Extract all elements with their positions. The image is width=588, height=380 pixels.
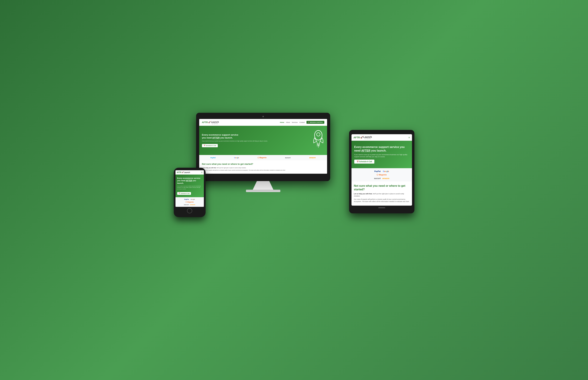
phone-google-logo: Google	[190, 199, 195, 200]
logo-rocket-icon: 🚀	[208, 121, 210, 123]
logo-byline: by Optimise	[211, 123, 219, 124]
phone-home-button[interactable]	[187, 208, 192, 213]
phone-cta-label: Schedule A Call	[181, 193, 189, 194]
paypal-logo: PayPal	[210, 157, 215, 159]
nav-home[interactable]: Home	[280, 121, 284, 123]
desktop-rocket-illustration	[312, 129, 324, 152]
phone-logo-rocket-icon: 🚀	[182, 171, 184, 173]
tablet-section-body2: Our crew of experts will perform a missi…	[354, 198, 410, 203]
hero-heading-line1: Every ecommerce support service	[202, 133, 238, 136]
logo-launch-wrapper: Launch by Optimise	[211, 120, 219, 124]
phone-sucuri-logo: sucuri	[184, 204, 189, 206]
tablet-schedule-call-button[interactable]: 📅 Schedule A Call	[354, 160, 375, 164]
phone-device: AFTR 🚀 Launch ≡ Every ecommerce service …	[174, 168, 206, 217]
nav-about[interactable]: About	[286, 121, 290, 123]
scene: AFTR 🚀 Launch by Optimise Home About Ser…	[174, 113, 414, 267]
magento-logo: ⬡ Magento	[257, 157, 267, 159]
monitor-frame: AFTR 🚀 Launch by Optimise Home About Ser…	[196, 113, 330, 181]
tablet-logo: AFTR 🚀 Launch by Optimise	[354, 136, 372, 139]
nav-services[interactable]: Services	[292, 121, 298, 123]
tablet-section-heading: Not sure what you need or where to get s…	[354, 184, 410, 191]
desktop-hero-subtext: If you need to tune-up or power-up your …	[202, 140, 311, 142]
phone-hero-heading: Every ecommerce service you need AFTER y…	[177, 177, 202, 184]
desktop-partner-logos: PayPal Google ⬡ Magento sucuri amazon	[199, 155, 327, 160]
desktop-section-heading: Not sure what you need or where to get s…	[202, 163, 324, 166]
tablet-logos-grid: PayPal Google ⬡ Magento sucuri amazon	[374, 170, 389, 179]
phone-frame: AFTR 🚀 Launch ≡ Every ecommerce service …	[174, 168, 206, 217]
phone-logo-aftr: AFTR	[177, 171, 182, 173]
phone-schedule-icon: 📅	[179, 193, 180, 194]
tablet-logo-aftr: AFTR	[354, 136, 360, 139]
logo-launch-text: Launch	[211, 121, 219, 123]
phone-hero-subtext: If you need to tune-up or power-up your …	[177, 185, 202, 190]
desktop-section-body2: Our crew of experts will perform a missi…	[202, 170, 324, 171]
tablet-home-indicator	[378, 207, 385, 208]
tablet-hamburger-icon[interactable]: ≡	[408, 136, 410, 139]
desktop-hero: Every ecommerce support service you need…	[199, 126, 327, 155]
tablet-logo-byline: by Optimise	[363, 138, 372, 139]
tablet-partner-logos: PayPal Google ⬡ Magento sucuri amazon	[352, 168, 412, 181]
phone-partner-logos: PayPal Google ⬡ Magento sucuri amazon	[175, 197, 204, 207]
rocket-svg	[312, 129, 324, 150]
monitor-screen: AFTR 🚀 Launch by Optimise Home About Ser…	[199, 119, 327, 174]
tablet-schedule-icon: 📅	[357, 161, 359, 163]
phone-nav: AFTR 🚀 Launch ≡	[175, 170, 204, 174]
tablet-hero-text: Every ecommerce support service you need…	[354, 145, 409, 164]
phone-paypal-logo: PayPal	[184, 199, 189, 200]
tablet-after-word: AFTER	[361, 149, 370, 152]
hero-heading-line2: you need	[202, 136, 212, 139]
mission-control-button[interactable]: 🚀 MISSION CONTROL	[306, 121, 324, 124]
schedule-icon: 📅	[204, 145, 205, 146]
desktop-hero-text: Every ecommerce support service you need…	[202, 133, 311, 147]
tablet-hero-subtext: If you need to tune-up or power-up your …	[354, 154, 409, 158]
tablet-logo-rocket-icon: 🚀	[360, 136, 363, 139]
logo-aftr-text: AFTR	[202, 121, 208, 124]
desktop-cta-label: Schedule A Call	[206, 145, 216, 146]
svg-point-1	[316, 133, 320, 136]
amazon-logo: amazon	[309, 157, 315, 159]
desktop-logo: AFTR 🚀 Launch by Optimise	[202, 120, 219, 124]
desktop-section-body: Let us help you with that. We'll put the…	[202, 167, 324, 169]
svg-point-0	[315, 131, 322, 140]
phone-magento-logo: ⬡ Magento	[184, 201, 195, 203]
tablet-cta-label: Schedule A Call	[359, 161, 372, 163]
phone-logo: AFTR 🚀 Launch	[177, 171, 190, 173]
phone-screen: AFTR 🚀 Launch ≡ Every ecommerce service …	[175, 170, 204, 207]
monitor-device: AFTR 🚀 Launch by Optimise Home About Ser…	[196, 113, 330, 192]
tablet-amazon-logo: amazon	[382, 177, 389, 179]
phone-logo-launch: Launch	[184, 171, 190, 173]
tablet-frame: AFTR 🚀 Launch by Optimise ≡ Every ecomme…	[349, 130, 414, 213]
phone-schedule-call-button[interactable]: 📅 Schedule A Call	[177, 192, 191, 195]
tablet-main-section: Not sure what you need or where to get s…	[352, 181, 412, 206]
google-logo: Google	[234, 157, 239, 159]
tablet-section-body-bold: Let us help you with that.	[354, 193, 373, 195]
tablet-hero: Every ecommerce support service you need…	[352, 141, 412, 168]
monitor-stand	[253, 181, 273, 190]
phone-hamburger-icon[interactable]: ≡	[201, 171, 202, 173]
phone-amazon-logo: amazon	[190, 204, 195, 206]
tablet-screen: AFTR 🚀 Launch by Optimise ≡ Every ecomme…	[352, 134, 412, 206]
tablet-logo-launch-wrapper: Launch by Optimise	[363, 136, 372, 139]
desktop-nav-links: Home About Services Contact 🚀 MISSION CO…	[280, 121, 324, 124]
section-body-text: We'll put the right plan in place to avo…	[217, 167, 246, 168]
tablet-section-body: Let us help you with that. We'll put the…	[354, 193, 410, 197]
tablet-paypal-logo: PayPal	[374, 170, 381, 172]
tablet-magento-logo: ⬡ Magento	[374, 174, 389, 176]
phone-logos-grid: PayPal Google ⬡ Magento sucuri amazon	[184, 199, 195, 206]
monitor-base	[246, 190, 280, 192]
desktop-hero-heading: Every ecommerce support service you need…	[202, 133, 311, 139]
hero-heading-line3: you launch.	[220, 136, 233, 139]
phone-hero-text: Every ecommerce service you need AFTER y…	[177, 177, 202, 195]
desktop-nav: AFTR 🚀 Launch by Optimise Home About Ser…	[199, 119, 327, 126]
tablet-device: AFTR 🚀 Launch by Optimise ≡ Every ecomme…	[349, 130, 414, 213]
tablet-hero-heading: Every ecommerce support service you need…	[354, 145, 409, 152]
phone-after-word: AFTER	[186, 180, 192, 182]
tablet-sucuri-logo: sucuri	[374, 177, 381, 179]
nav-contact[interactable]: Contact	[299, 121, 305, 123]
hero-after-word: AFTER	[212, 136, 220, 139]
desktop-schedule-call-button[interactable]: 📅 Schedule A Call	[202, 144, 218, 147]
sucuri-logo: sucuri	[285, 157, 291, 159]
monitor-camera	[262, 116, 264, 117]
desktop-main-section: Not sure what you need or where to get s…	[199, 160, 327, 174]
tablet-nav: AFTR 🚀 Launch by Optimise ≡	[352, 134, 412, 141]
